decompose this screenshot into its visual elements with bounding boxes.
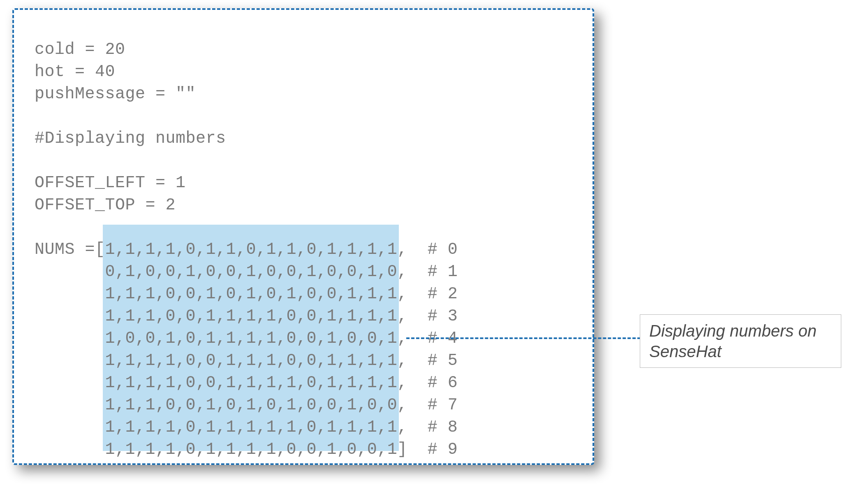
- code-box: cold = 20 hot = 40 pushMessage = "" #Dis…: [12, 8, 594, 465]
- annotation-callout: Displaying numbers on SenseHat: [640, 314, 841, 368]
- code-layer: cold = 20 hot = 40 pushMessage = "" #Dis…: [35, 39, 576, 461]
- annotation-connector: [406, 337, 641, 339]
- code-content: cold = 20 hot = 40 pushMessage = "" #Dis…: [35, 39, 576, 461]
- annotation-text: Displaying numbers on SenseHat: [649, 322, 817, 360]
- stage: cold = 20 hot = 40 pushMessage = "" #Dis…: [0, 0, 868, 488]
